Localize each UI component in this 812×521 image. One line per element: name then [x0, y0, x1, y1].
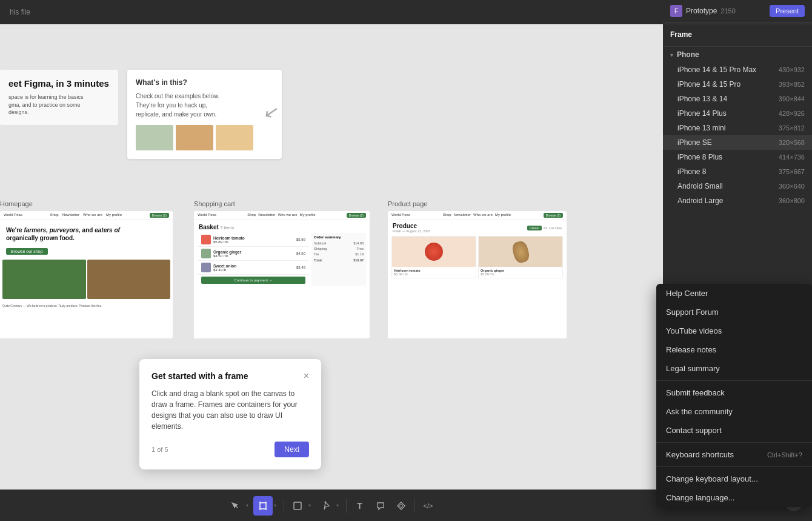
phone-chevron: ▾: [670, 52, 673, 58]
present-button[interactable]: Present: [770, 5, 805, 17]
device-name-2: iPhone 13 & 14: [677, 95, 727, 103]
sc-item-text-2: Organic ginger $4.50 / lb: [213, 250, 294, 258]
hp-images: [0, 257, 173, 301]
device-name-3: iPhone 14 Plus: [677, 109, 727, 118]
svg-point-6: [324, 501, 326, 503]
phone-section-label: Phone: [677, 50, 699, 59]
pp-product-img-1: [392, 237, 476, 267]
arrow-icon: ↙: [262, 99, 281, 123]
frame-product-preview: World Peas ShopNewsletterWho we areMy pr…: [388, 211, 567, 338]
device-item-1[interactable]: iPhone 14 & 15 Pro 393×852: [663, 77, 812, 92]
pp-products: Heirloom tomato $5.09 / lb Organic ginge…: [388, 234, 567, 280]
device-size-7: 375×667: [779, 168, 805, 175]
dropdown-item-keyboard-layout[interactable]: Change keyboard layout...: [656, 469, 812, 488]
components-tool-button[interactable]: [391, 496, 411, 516]
toolbar-sep-1: [284, 499, 284, 513]
dropdown-label-contact: Contact support: [666, 426, 722, 435]
shape-tool-button[interactable]: [288, 496, 307, 516]
pen-tool-dropdown[interactable]: ▾: [336, 503, 342, 508]
device-item-4[interactable]: iPhone 13 mini 375×812: [663, 121, 812, 135]
sc-item-img-1: [201, 235, 211, 244]
bottom-toolbar: ▾ ▾ ▾ ▾ T: [0, 489, 663, 521]
comment-tool-button[interactable]: [371, 496, 390, 516]
help-dropdown-menu: Help Center Support Forum YouTube videos…: [656, 284, 812, 507]
tooltip-close-button[interactable]: ×: [304, 371, 309, 381]
dropdown-label-help-center: Help Center: [666, 289, 708, 298]
sc-nav: World Peas ShopNewsletterWho we areMy pr…: [194, 211, 370, 220]
frame-homepage: Homepage World Peas ShopNewsletterWho we…: [0, 200, 173, 338]
dropdown-item-release-notes[interactable]: Release notes: [656, 340, 812, 359]
phone-section-header[interactable]: ▾ Phone: [663, 47, 812, 62]
device-name-5: iPhone SE: [677, 138, 712, 147]
device-size-2: 390×844: [779, 95, 805, 103]
code-tool-button[interactable]: </>: [419, 496, 438, 516]
device-name-4: iPhone 13 mini: [677, 124, 725, 132]
dropdown-item-keyboard[interactable]: Keyboard shortcuts Ctrl+Shift+?: [656, 445, 812, 464]
whats-body: Check out the examples below.They're for…: [136, 92, 273, 119]
sc-item-img-2: [201, 249, 211, 258]
dropdown-item-contact[interactable]: Contact support: [656, 421, 812, 440]
dropdown-label-legal: Legal summary: [666, 364, 720, 373]
device-item-9[interactable]: Android Large 360×800: [663, 193, 812, 208]
pp-product-info-1: Heirloom tomato $5.09 / lb: [392, 267, 476, 278]
frame-homepage-preview: World Peas ShopNewsletterWho we areMy pr…: [0, 211, 173, 338]
frame-label: Frame: [670, 30, 805, 39]
dropdown-label-release-notes: Release notes: [666, 345, 716, 354]
sc-item-text-1: Heirloom tomato $5.89 / lb: [213, 236, 294, 244]
dropdown-label-keyboard-layout: Change keyboard layout...: [666, 474, 758, 483]
tooltip-header: Get started with a frame ×: [151, 371, 309, 381]
pen-tool-button[interactable]: [316, 496, 335, 516]
dropdown-item-feedback[interactable]: Submit feedback: [656, 383, 812, 402]
frame-product-label: Product page: [388, 200, 567, 207]
whats-title: What's in this?: [136, 78, 273, 87]
dropdown-label-community: Ask the community: [666, 407, 733, 416]
dropdown-item-support-forum[interactable]: Support Forum: [656, 303, 812, 321]
intro-file-card: eet Figma, in 3 minutes space is for lea…: [0, 70, 118, 125]
pp-title-bar: Produce Fresh — August 21, 2023 Default …: [388, 220, 567, 234]
device-name-1: iPhone 14 & 15 Pro: [677, 80, 740, 89]
sc-checkout-btn: Continue to payment →: [201, 277, 305, 284]
dropdown-label-feedback: Submit feedback: [666, 388, 725, 397]
device-item-8[interactable]: Android Small 360×640: [663, 179, 812, 193]
device-item-5[interactable]: iPhone SE 320×568: [663, 135, 812, 150]
pp-product-card-1: Heirloom tomato $5.09 / lb: [391, 236, 476, 278]
device-item-3[interactable]: iPhone 14 Plus 428×926: [663, 106, 812, 121]
tooltip-popup: Get started with a frame × Click and dra…: [139, 359, 321, 469]
dropdown-item-legal[interactable]: Legal summary: [656, 359, 812, 378]
sc-item-1: Heirloom tomato $5.89 / lb $5.89: [198, 233, 309, 247]
prototype-info: F Prototype 2150: [670, 5, 736, 17]
device-size-6: 414×736: [779, 153, 805, 161]
dropdown-item-language[interactable]: Change language...: [656, 488, 812, 507]
prototype-icon: F: [670, 5, 682, 17]
device-item-2[interactable]: iPhone 13 & 14 390×844: [663, 92, 812, 106]
device-item-0[interactable]: iPhone 14 & 15 Pro Max 430×932: [663, 62, 812, 77]
move-tool-button[interactable]: [225, 496, 245, 516]
shape-tool-dropdown[interactable]: ▾: [308, 503, 314, 508]
dropdown-divider-1: [656, 380, 812, 381]
hp-hero-text: We're farmers, purveyors, and eaters ofo…: [0, 220, 173, 244]
text-tool-button[interactable]: T: [350, 496, 370, 516]
toolbar-sep-3: [414, 499, 415, 513]
canvas-area: his file eet Figma, in 3 minutes space i…: [0, 0, 663, 521]
device-name-7: iPhone 8: [677, 167, 706, 176]
tooltip-progress: 1 of 5: [151, 446, 168, 453]
frame-tool-dropdown[interactable]: ▾: [274, 503, 280, 508]
sc-item-2: Organic ginger $4.50 / lb $4.50: [198, 247, 309, 261]
text-tool-icon: T: [357, 501, 362, 511]
frame-tool-button[interactable]: [253, 496, 273, 516]
device-item-7[interactable]: iPhone 8 375×667: [663, 164, 812, 179]
frame-product: Product page World Peas ShopNewsletterWh…: [388, 200, 567, 338]
intro-file-title: eet Figma, in 3 minutes: [8, 78, 110, 89]
move-tool-dropdown[interactable]: ▾: [246, 503, 252, 508]
canvas-top-bar: his file: [0, 0, 663, 24]
dropdown-item-help-center[interactable]: Help Center: [656, 284, 812, 303]
pp-product-img-2: [479, 237, 562, 267]
intro-file-body: space is for learning the basicsgma, and…: [8, 93, 110, 116]
frame-shopping-label: Shopping cart: [194, 200, 370, 207]
device-item-6[interactable]: iPhone 8 Plus 414×736: [663, 150, 812, 164]
dropdown-label-language: Change language...: [666, 493, 734, 502]
tooltip-footer: 1 of 5 Next: [151, 442, 309, 457]
dropdown-item-community[interactable]: Ask the community: [656, 402, 812, 421]
tooltip-next-button[interactable]: Next: [275, 442, 309, 457]
dropdown-item-youtube[interactable]: YouTube videos: [656, 321, 812, 340]
